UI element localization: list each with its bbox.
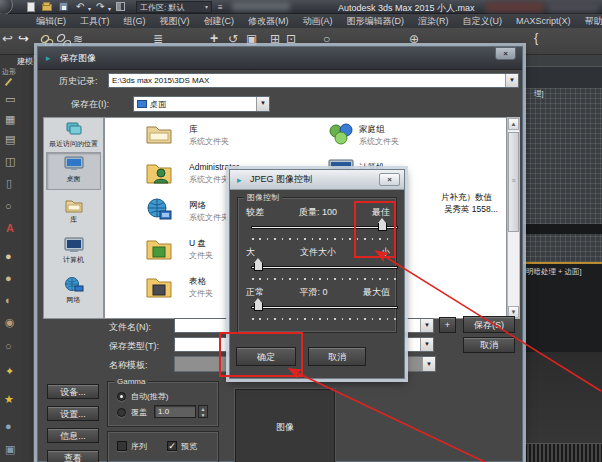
- file-name[interactable]: 库: [189, 124, 198, 136]
- monitor-icon[interactable]: ▣: [5, 443, 15, 455]
- save-file-icon[interactable]: [59, 2, 68, 11]
- view-button[interactable]: 查看: [47, 450, 99, 462]
- devices-button[interactable]: 设备...: [47, 384, 99, 399]
- viewport[interactable]: 理] 明暗处理 + 边面]: [520, 55, 602, 462]
- panel-tool-icon[interactable]: ◫: [5, 155, 15, 167]
- menu-item-graph-editors[interactable]: 图形编辑器(D): [347, 15, 405, 28]
- sphere-icon[interactable]: ●: [5, 420, 12, 432]
- grid-tool-icon[interactable]: ▦: [5, 113, 15, 125]
- place-desktop[interactable]: 桌面: [46, 152, 101, 190]
- file-name[interactable]: 网络: [189, 200, 206, 212]
- ribbon-tab-fragment[interactable]: 建模: [17, 56, 33, 67]
- undo-arrow-icon[interactable]: ↩: [2, 32, 13, 46]
- folder-icon[interactable]: [145, 273, 173, 299]
- save-dialog-titlebar[interactable]: ▸ 保存图像: [38, 47, 522, 70]
- folder-icon[interactable]: [145, 235, 173, 261]
- undo-icon[interactable]: ↶: [76, 1, 84, 12]
- pencil-icon[interactable]: [5, 78, 12, 86]
- track-bar[interactable]: [523, 443, 602, 462]
- place-libraries[interactable]: 库: [46, 196, 101, 225]
- close-icon[interactable]: ×: [379, 173, 400, 186]
- sphere-icon[interactable]: ●: [5, 250, 12, 262]
- align-icon[interactable]: ○: [323, 32, 330, 46]
- jpeg-cancel-button[interactable]: 取消: [308, 347, 366, 366]
- gamma-auto-radio[interactable]: [117, 392, 126, 401]
- libraries-folder-icon[interactable]: [145, 121, 173, 145]
- user-folder-icon[interactable]: [145, 159, 173, 185]
- circle-icon[interactable]: ○: [5, 340, 12, 352]
- redo-arrow-icon[interactable]: ↪: [18, 32, 29, 46]
- new-file-icon[interactable]: [27, 2, 35, 12]
- toolbar-overflow-icon[interactable]: ≡: [218, 2, 223, 13]
- select-and-move-icon[interactable]: +: [210, 31, 218, 45]
- application-menu-button[interactable]: [0, 0, 13, 15]
- smoothing-slider-thumb[interactable]: [254, 303, 263, 311]
- ring-icon[interactable]: ◉: [5, 316, 15, 328]
- select-and-scale-icon[interactable]: ▣: [246, 32, 257, 46]
- file-name[interactable]: U 盘: [189, 238, 206, 250]
- star-icon[interactable]: ★: [4, 393, 14, 405]
- menu-item-modifiers[interactable]: 修改器(M): [248, 15, 289, 28]
- place-network[interactable]: 网络: [46, 276, 101, 305]
- viewport-shading-label[interactable]: 明暗处理 + 边面]: [526, 267, 582, 277]
- place-computer[interactable]: 计算机: [46, 236, 101, 265]
- rect-tool-icon[interactable]: ▭: [5, 93, 15, 105]
- network-folder-icon[interactable]: [145, 197, 173, 223]
- reference-coordinate-icon[interactable]: ⊞: [270, 32, 280, 46]
- info-button[interactable]: 信息...: [47, 428, 99, 443]
- smoothing-slider[interactable]: [251, 306, 398, 309]
- plus-button[interactable]: +: [439, 317, 456, 333]
- menu-item-tools[interactable]: 工具(T): [80, 15, 110, 28]
- small-star-icon[interactable]: ✦: [5, 365, 14, 377]
- gamma-override-radio[interactable]: [117, 408, 126, 417]
- scroll-up-icon[interactable]: ▲: [508, 118, 519, 130]
- setup-button[interactable]: 设置...: [47, 406, 99, 421]
- half-sphere-icon[interactable]: ◐: [5, 294, 12, 306]
- gamma-spinner[interactable]: ▲▼: [198, 405, 208, 418]
- filesize-slider[interactable]: [251, 266, 398, 269]
- save-button[interactable]: 保存(S): [463, 316, 515, 333]
- viewport-label-fragment[interactable]: 理]: [534, 89, 544, 99]
- open-file-icon[interactable]: [42, 4, 52, 11]
- redo-icon[interactable]: ↷: [96, 1, 104, 12]
- menu-item-animation[interactable]: 动画(A): [303, 15, 333, 28]
- menu-item-customize[interactable]: 自定义(U): [463, 15, 503, 28]
- place-recent[interactable]: 最近访问的位置: [46, 120, 101, 149]
- file-list-scrollbar[interactable]: ▲ ≡ ▼: [507, 117, 520, 319]
- filesize-slider-thumb[interactable]: [254, 263, 263, 271]
- use-pivot-center-icon[interactable]: ⊡: [286, 32, 296, 46]
- file-name-fragment[interactable]: 吴秀英 1558...: [444, 204, 498, 216]
- file-name[interactable]: 家庭组: [359, 124, 385, 136]
- menu-item-views[interactable]: 视图(V): [160, 15, 190, 28]
- select-by-name-icon[interactable]: ≣: [153, 32, 163, 46]
- circle-tool-icon[interactable]: ○: [5, 200, 12, 212]
- box-tool-icon[interactable]: ▯: [6, 177, 12, 189]
- letter-a-icon[interactable]: A: [6, 222, 14, 234]
- gamma-value-field[interactable]: 1.0: [154, 405, 196, 418]
- menu-item-help[interactable]: 帮助(H): [585, 15, 602, 28]
- sphere-icon[interactable]: ●: [5, 272, 12, 284]
- save-in-dropdown[interactable]: 桌面 ▼: [133, 96, 270, 112]
- named-selection-sets-icon[interactable]: {: [534, 31, 538, 45]
- workspace-dropdown[interactable]: 工作区: 默认 ▾: [136, 1, 212, 13]
- bind-to-space-warp-icon[interactable]: ≋: [73, 32, 83, 46]
- close-icon[interactable]: ×: [495, 47, 516, 60]
- list-tool-icon[interactable]: ▤: [5, 133, 15, 145]
- menu-item-maxscript[interactable]: MAXScript(X): [516, 16, 571, 26]
- select-and-rotate-icon[interactable]: ↺: [228, 32, 238, 46]
- jpeg-dialog-titlebar[interactable]: ▸ JPEG 图像控制 ×: [230, 170, 404, 190]
- file-name-fragment[interactable]: 片补充）数值: [441, 192, 492, 204]
- menu-item-create[interactable]: 创建(C): [204, 15, 235, 28]
- project-folder-icon[interactable]: [116, 2, 125, 11]
- history-dropdown[interactable]: E:\3ds max 2015\3DS MAX ▼: [108, 73, 519, 88]
- menu-item-group[interactable]: 组(G): [124, 15, 146, 28]
- homegroup-icon[interactable]: [327, 121, 355, 147]
- preview-checkbox[interactable]: ✓: [167, 441, 177, 451]
- sequence-checkbox[interactable]: [117, 441, 127, 451]
- menu-item-rendering[interactable]: 渲染(R): [418, 15, 449, 28]
- menu-item-edit[interactable]: 编辑(E): [36, 15, 66, 28]
- pivot-icon[interactable]: ⊕: [409, 32, 419, 46]
- scrollbar-thumb[interactable]: ≡: [508, 132, 519, 232]
- dialog-cancel-button[interactable]: 取消: [463, 337, 515, 353]
- file-name[interactable]: 表格: [189, 276, 206, 288]
